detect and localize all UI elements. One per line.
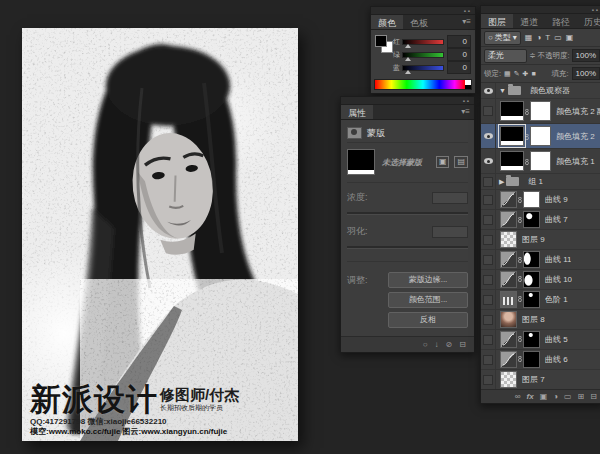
color-range-button[interactable]: 颜色范围... xyxy=(388,292,468,308)
panel-collapse-icon[interactable]: ▪▪ xyxy=(463,98,471,104)
panel-menu-icon[interactable]: ▾≡ xyxy=(458,15,475,29)
blue-value[interactable]: 0 xyxy=(447,61,471,74)
tab-channels[interactable]: 通道 xyxy=(513,14,545,28)
blue-slider[interactable] xyxy=(402,65,444,71)
properties-panel-grip[interactable]: ▪▪ xyxy=(341,97,474,105)
layer-thumbnail[interactable] xyxy=(500,101,524,121)
layer-row-pixel[interactable]: 图层 9 xyxy=(481,230,600,250)
layer-name[interactable]: 颜色填充 2 副本 xyxy=(556,106,600,117)
filter-shape-layers-icon[interactable]: ▭ xyxy=(554,33,562,42)
layer-name[interactable]: 颜色填充 2 xyxy=(556,131,595,142)
lock-transparency-icon[interactable]: ▦ xyxy=(504,70,511,78)
panel-collapse-icon[interactable]: ▪▪ xyxy=(464,8,472,14)
curves-adjustment-icon[interactable] xyxy=(500,271,517,288)
visibility-toggle[interactable] xyxy=(481,370,496,389)
layer-row-pixel[interactable]: 图层 8 xyxy=(481,310,600,330)
layer-row-group-collapsed[interactable]: ▶ 组 1 xyxy=(481,174,600,190)
disable-mask-icon[interactable]: ⊘ xyxy=(446,340,453,349)
new-adjustment-layer-icon[interactable]: ◑ xyxy=(553,392,558,402)
curves-adjustment-icon[interactable] xyxy=(500,211,517,228)
layer-name[interactable]: 色阶 1 xyxy=(545,294,568,305)
layer-row-group[interactable]: ▼ 颜色观察器 xyxy=(481,83,600,99)
panel-collapse-icon[interactable]: ▪▪ xyxy=(592,7,600,13)
tab-history[interactable]: 历史记录 xyxy=(577,14,600,28)
layer-mask-thumbnail[interactable] xyxy=(530,151,551,171)
tab-swatches[interactable]: 色板 xyxy=(403,15,435,29)
layer-mask-thumbnail[interactable] xyxy=(523,211,540,228)
layer-mask-thumbnail[interactable] xyxy=(530,101,551,121)
tab-layers[interactable]: 图层 xyxy=(481,14,513,28)
layer-name[interactable]: 曲线 6 xyxy=(545,354,568,365)
color-spectrum-ramp[interactable] xyxy=(374,79,472,90)
add-vector-mask-icon[interactable]: ▤ xyxy=(454,156,468,168)
density-value-box[interactable] xyxy=(432,192,468,204)
layer-thumbnail[interactable] xyxy=(500,151,524,171)
layer-name[interactable]: 曲线 11 xyxy=(545,254,572,265)
visibility-toggle[interactable] xyxy=(481,124,496,148)
visibility-toggle[interactable] xyxy=(481,310,496,329)
filter-type-dropdown[interactable]: ○ 类型 ▾ xyxy=(484,31,521,45)
density-slider[interactable] xyxy=(347,212,468,215)
layers-panel-grip[interactable]: ▪▪ xyxy=(481,6,600,14)
layer-mask-thumbnail[interactable] xyxy=(523,351,540,368)
black-white-ramp[interactable] xyxy=(465,80,471,89)
layer-mask-thumbnail[interactable] xyxy=(523,331,540,348)
layer-row-fill-selected[interactable]: 8 颜色填充 2 xyxy=(481,124,600,149)
apply-mask-icon[interactable]: ↓ xyxy=(435,340,439,349)
curves-adjustment-icon[interactable] xyxy=(500,331,517,348)
layer-mask-thumbnail[interactable] xyxy=(523,191,540,208)
layer-name[interactable]: 图层 9 xyxy=(522,234,545,245)
tab-color[interactable]: 颜色 xyxy=(371,15,403,29)
foreground-background-swatches[interactable] xyxy=(375,35,393,57)
layer-name[interactable]: 曲线 9 xyxy=(545,194,568,205)
layer-row-curves[interactable]: 8 曲线 7 xyxy=(481,210,600,230)
feather-slider[interactable] xyxy=(347,246,468,249)
link-layers-icon[interactable]: ∞ xyxy=(515,392,521,402)
disclosure-triangle-icon[interactable]: ▶ xyxy=(499,178,504,186)
disclosure-triangle-icon[interactable]: ▼ xyxy=(499,87,506,94)
visibility-toggle[interactable] xyxy=(481,290,496,309)
layer-name[interactable]: 曲线 7 xyxy=(545,214,568,225)
delete-mask-icon[interactable]: ⊟ xyxy=(459,340,466,349)
color-panel-grip[interactable]: ▪▪ xyxy=(371,7,475,15)
visibility-toggle[interactable] xyxy=(481,83,496,98)
panel-menu-icon[interactable]: ▾≡ xyxy=(457,105,474,119)
red-value[interactable]: 0 xyxy=(447,35,471,48)
visibility-toggle[interactable] xyxy=(481,210,496,229)
green-value[interactable]: 0 xyxy=(447,48,471,61)
layer-mask-thumbnail[interactable] xyxy=(523,291,540,308)
curves-adjustment-icon[interactable] xyxy=(500,251,517,268)
layer-thumbnail[interactable] xyxy=(500,126,524,146)
filter-pixel-layers-icon[interactable]: ▦ xyxy=(525,33,533,42)
foreground-color-swatch[interactable] xyxy=(375,35,387,47)
layer-row-curves[interactable]: 8 曲线 6 xyxy=(481,350,600,370)
layer-style-icon[interactable]: fx xyxy=(527,392,534,402)
lock-position-icon[interactable]: ✚ xyxy=(523,70,529,78)
new-group-icon[interactable]: ▭ xyxy=(564,392,572,402)
document-canvas[interactable]: 新派设计 修图师/付杰 长期招收后期的学员 QQ:417291798 微信:xi… xyxy=(22,28,298,441)
visibility-toggle[interactable] xyxy=(481,190,496,209)
layer-thumbnail[interactable] xyxy=(500,231,517,248)
layer-mask-thumbnail[interactable] xyxy=(530,126,551,146)
layer-name[interactable]: 图层 8 xyxy=(522,314,545,325)
visibility-toggle[interactable] xyxy=(481,230,496,249)
add-layer-mask-icon[interactable]: ▣ xyxy=(540,392,548,402)
filter-type-layers-icon[interactable]: T xyxy=(545,33,550,42)
layer-name[interactable]: 曲线 10 xyxy=(545,274,572,285)
visibility-toggle[interactable] xyxy=(481,270,496,289)
feather-value-box[interactable] xyxy=(432,226,468,238)
curves-adjustment-icon[interactable] xyxy=(500,351,517,368)
layer-name[interactable]: 颜色观察器 xyxy=(530,85,570,96)
add-pixel-mask-icon[interactable]: ▣ xyxy=(436,156,450,168)
layer-name[interactable]: 组 1 xyxy=(528,176,543,187)
red-slider[interactable] xyxy=(402,39,444,45)
visibility-toggle[interactable] xyxy=(481,250,496,269)
layer-name[interactable]: 曲线 5 xyxy=(545,334,568,345)
visibility-toggle[interactable] xyxy=(481,149,496,173)
layer-row-pixel[interactable]: 图层 7 xyxy=(481,370,600,389)
opacity-value[interactable]: 100% xyxy=(572,49,600,62)
delete-layer-icon[interactable]: ⊟ xyxy=(590,392,597,402)
layer-mask-thumbnail[interactable] xyxy=(523,251,540,268)
tab-paths[interactable]: 路径 xyxy=(545,14,577,28)
visibility-toggle[interactable] xyxy=(481,99,496,123)
